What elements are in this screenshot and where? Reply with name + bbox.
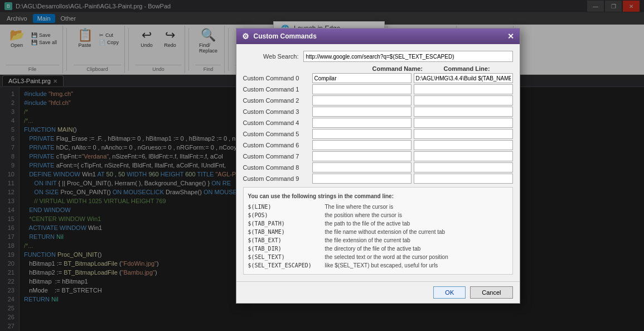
dialog-command-row: Custom Command 1	[243, 84, 513, 94]
cmd-line-input-9[interactable]	[414, 174, 513, 184]
custom-commands-dialog: ⚙ Custom Commands ✕ Web Search: Command …	[236, 28, 520, 304]
dialog-help-item: $(TAB_EXT)the file extension of the curr…	[248, 236, 508, 244]
websearch-input[interactable]	[303, 51, 513, 62]
cmd-line-input-0[interactable]	[414, 73, 513, 83]
dialog-help-item: $(POS)the position where the cursor is	[248, 211, 508, 219]
help-key: $(LINE)	[248, 203, 321, 211]
websearch-label: Web Search:	[243, 53, 299, 60]
dialog-command-row: Custom Command 0	[243, 73, 513, 83]
cmd-line-input-8[interactable]	[414, 162, 513, 172]
dialog-help-item: $(SEL_TEXT)the selected text or the word…	[248, 253, 508, 261]
cancel-button[interactable]: Cancel	[470, 286, 512, 299]
cmd-name-input-8[interactable]	[312, 162, 411, 172]
cmd-line-input-4[interactable]	[414, 118, 513, 128]
cmd-label-0: Custom Command 0	[243, 75, 310, 81]
dialog-command-row: Custom Command 2	[243, 95, 513, 105]
cmd-label-1: Custom Command 1	[243, 86, 310, 93]
help-key: $(SEL_TEXT)	[248, 253, 321, 261]
dialog-title-bar: ⚙ Custom Commands ✕	[236, 28, 520, 44]
cmd-name-input-9[interactable]	[312, 174, 411, 184]
dialog-command-row: Custom Command 3	[243, 107, 513, 117]
help-key: $(POS)	[248, 211, 321, 219]
dialog-command-row: Custom Command 8	[243, 162, 513, 172]
cmd-line-input-7[interactable]	[414, 151, 513, 161]
help-desc: the file name without extension of the c…	[325, 228, 446, 236]
help-key: $(TAB_DIR)	[248, 244, 321, 253]
dialog-command-row: Custom Command 7	[243, 151, 513, 161]
col-line-header: Command Line:	[444, 65, 513, 72]
dialog-help-item: $(TAB_NAME)the file name without extensi…	[248, 228, 508, 236]
dialog-help-item: $(LINE)The line where the cursor is	[248, 203, 508, 211]
cmd-label-4: Custom Command 4	[243, 119, 310, 126]
dialog-title-text: Custom Commands	[254, 32, 317, 40]
cmd-line-input-1[interactable]	[414, 84, 513, 94]
cmd-name-input-7[interactable]	[312, 151, 411, 161]
cmd-name-input-0[interactable]	[312, 73, 411, 83]
help-desc: The line where the cursor is	[325, 203, 394, 211]
help-desc: like $(SEL_TEXT) but escaped, useful for…	[325, 261, 438, 270]
cmd-label-7: Custom Command 7	[243, 153, 310, 160]
help-key: $(SEL_TEXT_ESCAPED)	[248, 261, 321, 270]
cmd-label-9: Custom Command 9	[243, 175, 310, 182]
dialog-command-row: Custom Command 4	[243, 118, 513, 128]
help-desc: the directory of the file of the active …	[325, 244, 421, 253]
cmd-line-input-5[interactable]	[414, 129, 513, 139]
dialog-grid-header: Command Name: Command Line:	[303, 65, 513, 72]
dialog-help-rows: $(LINE)The line where the cursor is$(POS…	[248, 203, 508, 270]
cmd-line-input-2[interactable]	[414, 95, 513, 105]
dialog-close-button[interactable]: ✕	[507, 32, 514, 41]
help-key: $(TAB_NAME)	[248, 228, 321, 236]
dialog-icon: ⚙	[242, 32, 249, 41]
cmd-label-5: Custom Command 5	[243, 131, 310, 137]
cmd-name-input-4[interactable]	[312, 118, 411, 128]
dialog-command-row: Custom Command 9	[243, 174, 513, 184]
websearch-row: Web Search:	[243, 51, 513, 62]
dialog-body: Web Search: Command Name: Command Line: …	[236, 44, 520, 281]
dialog-command-row: Custom Command 5	[243, 129, 513, 139]
cmd-name-input-2[interactable]	[312, 95, 411, 105]
dialog-command-row: Custom Command 6	[243, 140, 513, 150]
dialog-help-item: $(TAB_DIR)the directory of the file of t…	[248, 244, 508, 253]
cmd-label-6: Custom Command 6	[243, 142, 310, 148]
cmd-label-2: Custom Command 2	[243, 97, 310, 104]
help-desc: the path to the file of the active tab	[325, 219, 410, 228]
dialog-overlay: ⚙ Custom Commands ✕ Web Search: Command …	[0, 0, 644, 331]
help-key: $(TAB_EXT)	[248, 236, 321, 244]
help-desc: the selected text or the word at the cur…	[325, 253, 448, 261]
cmd-line-input-3[interactable]	[414, 107, 513, 117]
cmd-name-input-1[interactable]	[312, 84, 411, 94]
col-name-header: Command Name:	[372, 65, 442, 72]
dialog-footer: OK Cancel	[236, 281, 520, 303]
dialog-commands: Custom Command 0 Custom Command 1 Custom…	[243, 73, 513, 184]
dialog-help-title: You can use the following strings in the…	[248, 192, 508, 200]
col-label-header	[303, 65, 370, 72]
ok-button[interactable]: OK	[433, 286, 466, 299]
cmd-line-input-6[interactable]	[414, 140, 513, 150]
dialog-help: You can use the following strings in the…	[243, 187, 513, 275]
help-key: $(TAB_PATH)	[248, 219, 321, 228]
dialog-help-item: $(SEL_TEXT_ESCAPED)like $(SEL_TEXT) but …	[248, 261, 508, 270]
cmd-name-input-6[interactable]	[312, 140, 411, 150]
cmd-label-3: Custom Command 3	[243, 108, 310, 115]
cmd-name-input-5[interactable]	[312, 129, 411, 139]
cmd-label-8: Custom Command 8	[243, 164, 310, 171]
help-desc: the file extension of the current tab	[325, 236, 410, 244]
cmd-name-input-3[interactable]	[312, 107, 411, 117]
help-desc: the position where the cursor is	[325, 211, 402, 219]
dialog-help-item: $(TAB_PATH)the path to the file of the a…	[248, 219, 508, 228]
